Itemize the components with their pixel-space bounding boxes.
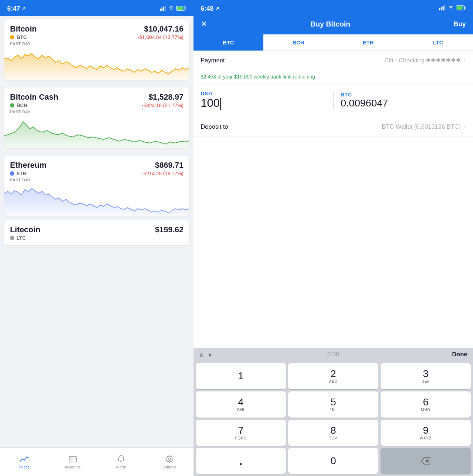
btc-currency: BTC [341,92,352,97]
buy-action-button[interactable]: Buy [454,20,466,28]
eth-price: $869.71 [155,161,183,170]
ltc-dot [10,236,14,240]
key-1[interactable]: 1 [196,363,286,389]
time-right: 6:48 [201,5,214,13]
svg-point-14 [168,458,171,461]
nav-accounts[interactable]: Accounts [48,454,97,469]
location-icon-right: ↗ [215,6,219,11]
svg-rect-16 [441,7,442,10]
deposit-value: BTC Wallet (0.6013136 BTC) [236,123,464,130]
usd-amount: 100 [201,96,221,110]
btc-side: BTC 0.0096047 [341,92,466,109]
payment-value: Citi - Checking ✱✱✱✱✱✱✱ [236,57,464,64]
svg-rect-1 [162,8,163,11]
bitcoin-ticker: BTC [10,34,27,40]
usd-currency: USD [201,91,212,96]
prices-icon [20,454,29,464]
signal-icon-right [439,5,446,12]
amount-divider [333,91,334,109]
tab-eth[interactable]: ETH [333,34,403,51]
bch-dot [10,103,14,108]
bch-card[interactable]: Bitcoin Cash $1,528.97 BCH -$424.18 (21.… [4,87,189,148]
bitcoin-dot [10,35,14,39]
nav-alerts[interactable]: Alerts [97,454,145,469]
deposit-label: Deposit to [201,123,236,130]
deposit-row[interactable]: Deposit to BTC Wallet (0.6013136 BTC) › [194,117,473,137]
keyboard-toolbar: ∧ ∨ 0.00 Done [194,348,473,361]
key-2[interactable]: 2 ABC [288,363,378,389]
close-button[interactable]: ✕ [201,19,207,29]
status-bar-left: 6:47 ↗ ⚡ [0,0,194,16]
limit-info: $2,453 of your $15,000 weekly bank limit… [194,70,473,84]
bch-chart [4,116,189,148]
bch-price: $1,528.97 [148,92,183,102]
payment-row[interactable]: Payment Citi - Checking ✱✱✱✱✱✱✱ › [194,51,473,70]
bitcoin-past-day: PAST DAY [10,42,183,46]
tab-ltc[interactable]: LTC [403,34,473,51]
tab-bch[interactable]: BCH [263,34,333,51]
form-spacer [194,137,473,348]
right-panel: 6:48 ↗ ⚡ ✕ Buy Bitcoin Buy BTC BCH ETH L… [194,0,473,476]
location-icon-left: ↗ [22,6,26,11]
eth-ticker: ETH [10,171,27,176]
numeric-keyboard: 1 2 ABC 3 DEF 4 GHI 5 JKL 6 MNO 7 PQRS [194,361,473,476]
bch-change: -$424.18 (21.72%) [142,103,183,108]
nav-prices[interactable]: Prices [0,454,48,469]
key-3[interactable]: 3 DEF [381,363,471,389]
battery-icon-left: ⚡ [176,6,186,12]
bitcoin-price: $10,047.16 [144,24,183,34]
svg-rect-15 [439,8,440,10]
ltc-partial-card[interactable]: Litecoin $159.62 LTC [4,220,189,245]
accounts-icon [68,454,77,464]
eth-name: Ethereum [10,161,46,170]
key-4[interactable]: 4 GHI [196,391,286,418]
nav-prices-label: Prices [19,465,30,469]
battery-icon-right: ⚡ [456,5,466,12]
toolbar-amount-display: 0.00 [266,351,400,358]
arrow-down-button[interactable]: ∨ [208,351,212,358]
key-5[interactable]: 5 JKL [288,391,378,418]
eth-past-day: PAST DAY [10,178,183,182]
signal-icon-left [160,6,166,12]
key-6[interactable]: 6 MNO [381,391,471,418]
key-8[interactable]: 8 TUV [288,420,378,446]
wifi-icon-left [168,6,175,12]
bch-past-day: PAST DAY [10,110,183,114]
tab-btc[interactable]: BTC [194,34,263,51]
wifi-icon-right [448,5,454,12]
bitcoin-card[interactable]: Bitcoin $10,047.16 BTC -$1,604.84 (13.77… [4,19,189,80]
buy-form: Payment Citi - Checking ✱✱✱✱✱✱✱ › $2,453… [194,51,473,137]
buy-header: ✕ Buy Bitcoin Buy [194,16,473,34]
bch-name: Bitcoin Cash [10,92,58,102]
key-dot[interactable]: . [196,448,286,474]
status-bar-right: 6:48 ↗ ⚡ [194,0,473,16]
status-icons-left: ⚡ [160,6,186,12]
amount-row: USD 100 BTC 0.0096047 [194,84,473,117]
time-left: 6:47 [7,5,20,13]
nav-settings[interactable]: Settings [145,454,194,469]
key-0[interactable]: 0 [288,448,378,474]
svg-rect-18 [444,5,445,10]
key-9[interactable]: 9 WXYZ [381,420,471,446]
done-button[interactable]: Done [400,351,467,358]
left-content: Bitcoin $10,047.16 BTC -$1,604.84 (13.77… [0,16,194,476]
nav-alerts-label: Alerts [116,465,126,469]
svg-text:⚡: ⚡ [458,7,461,10]
bitcoin-change: -$1,604.84 (13.77%) [138,34,183,40]
eth-dot [10,171,14,176]
key-delete[interactable] [381,448,471,474]
svg-rect-2 [163,6,164,11]
svg-rect-3 [165,6,166,11]
payment-label: Payment [201,57,236,64]
payment-chevron: › [464,57,466,64]
toolbar-arrow-group: ∧ ∨ [199,351,266,358]
arrow-up-button[interactable]: ∧ [199,351,204,358]
ltc-name: Litecoin [10,225,40,234]
eth-card[interactable]: Ethereum $869.71 ETH -$214.28 (19.77%) P… [4,156,189,216]
key-7[interactable]: 7 PQRS [196,420,286,446]
svg-text:⚡: ⚡ [178,7,182,10]
svg-rect-8 [20,462,29,462]
eth-chart [4,184,189,216]
eth-change: -$214.28 (19.77%) [142,171,183,176]
nav-settings-label: Settings [162,465,177,469]
